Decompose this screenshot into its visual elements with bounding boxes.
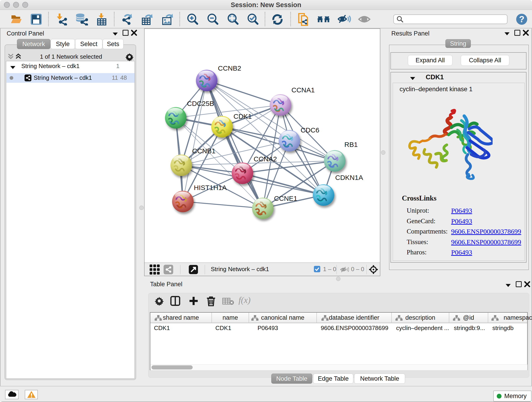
svg-text:CCNE1: CCNE1 <box>274 195 298 202</box>
svg-text:CCNB1: CCNB1 <box>192 147 215 155</box>
svg-text:CCNB2: CCNB2 <box>218 64 241 72</box>
svg-text:HIST1H1A: HIST1H1A <box>194 184 227 191</box>
svg-text:CDKN1A: CDKN1A <box>335 174 363 181</box>
svg-text:CCNA1: CCNA1 <box>291 86 315 94</box>
svg-text:RB1: RB1 <box>344 141 358 148</box>
svg-text:CDK1: CDK1 <box>234 113 252 120</box>
svg-text:CDC6: CDC6 <box>301 126 319 134</box>
svg-text:CDC25B: CDC25B <box>187 100 214 107</box>
svg-text:CCNA2: CCNA2 <box>254 155 277 163</box>
